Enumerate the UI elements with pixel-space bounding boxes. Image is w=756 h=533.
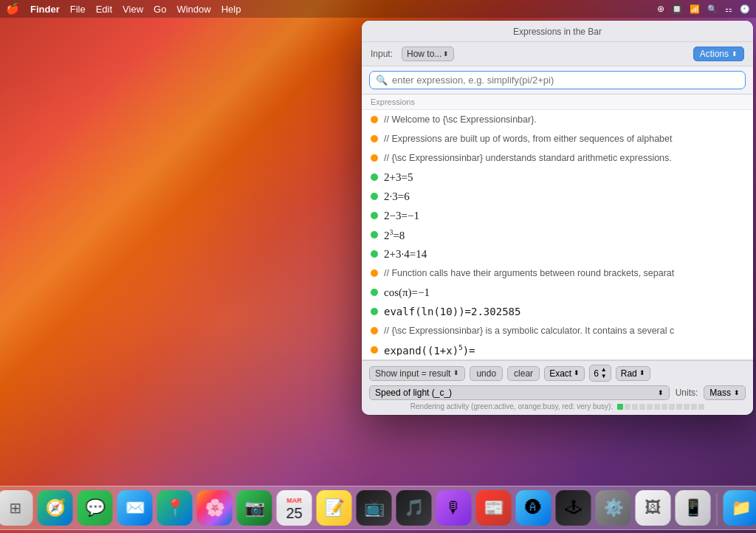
status-dot-orange <box>371 116 378 123</box>
menu-file[interactable]: File <box>70 4 86 15</box>
list-item[interactable]: 2−3=−1 <box>362 206 753 225</box>
search-input-wrap: 🔍 <box>369 71 746 89</box>
list-item[interactable]: 2·3=6 <box>362 187 753 206</box>
dock-icon-preview[interactable]: 🖼 <box>636 490 671 526</box>
menu-go[interactable]: Go <box>154 4 166 15</box>
menu-window[interactable]: Window <box>176 4 210 15</box>
render-segment <box>639 404 645 410</box>
actions-button[interactable]: Actions ⬍ <box>693 47 744 61</box>
how-to-button[interactable]: How to... ⬍ <box>402 47 454 61</box>
render-segment <box>654 404 660 410</box>
number-value: 6 <box>594 368 599 379</box>
list-item[interactable]: // Expressions are built up of words, fr… <box>362 129 753 148</box>
expr-text: // Function calls have their arguments b… <box>384 268 674 278</box>
render-segment <box>684 404 690 410</box>
stepper-up-icon[interactable]: ▲ <box>601 367 607 373</box>
search-icon: 🔍 <box>376 75 388 86</box>
expr-text: expand((1+x)5)= <box>384 344 475 357</box>
dock-icon-system-prefs[interactable]: ⚙️ <box>596 490 631 526</box>
menu-edit[interactable]: Edit <box>96 4 112 15</box>
dock-icon-music[interactable]: 🎵 <box>396 490 432 526</box>
menu-bar: 🍎 Finder File Edit View Go Window Help ⊕… <box>0 0 756 18</box>
list-item[interactable]: 2+3·4=14 <box>362 244 753 264</box>
menu-bar-wifi[interactable]: 📶 <box>690 4 700 14</box>
dock-icon-files[interactable]: 📁 <box>724 490 757 526</box>
render-segment <box>632 404 638 410</box>
dock-icon-maps[interactable]: 📍 <box>157 490 193 526</box>
mass-chevron-icon: ⬍ <box>734 390 740 396</box>
dock-icon-calendar[interactable]: MAR 25 <box>277 490 312 526</box>
dock-icon-arcade[interactable]: 🕹 <box>556 490 591 526</box>
show-input-button[interactable]: Show input = result ⬍ <box>369 366 465 381</box>
dock-icon-notes[interactable]: 📝 <box>317 490 352 526</box>
status-dot-orange <box>371 269 378 277</box>
apple-menu-icon[interactable]: 🍎 <box>6 2 20 16</box>
exact-select[interactable]: Exact ⬍ <box>544 366 585 381</box>
dock-icon-launchpad[interactable]: ⊞ <box>0 490 33 526</box>
safari-icon: 🧭 <box>45 498 65 517</box>
status-dot-orange <box>371 327 378 334</box>
number-stepper[interactable]: 6 ▲ ▼ <box>589 365 611 382</box>
list-item[interactable]: // Function calls have their arguments b… <box>362 264 753 283</box>
expr-text: // {\sc Expressionsinbar} understands st… <box>384 153 672 163</box>
show-input-chevron-icon: ⬍ <box>453 370 459 376</box>
menu-help[interactable]: Help <box>221 4 241 15</box>
menu-finder[interactable]: Finder <box>30 4 60 15</box>
dock-icon-iphone[interactable]: 📱 <box>676 490 711 526</box>
bottom-row-1: Show input = result ⬍ undo clear Exact ⬍… <box>369 365 746 382</box>
speed-label: Speed of light (_c_) <box>375 388 452 398</box>
stepper-arrows[interactable]: ▲ ▼ <box>601 367 607 379</box>
dock-icon-safari[interactable]: 🧭 <box>38 490 73 526</box>
list-item[interactable]: // Welcome to {\sc Expressionsinbar}. <box>362 110 753 129</box>
status-dot-green <box>371 308 378 315</box>
list-item[interactable]: // {\sc Expressionsinbar} is a symbolic … <box>362 321 753 340</box>
list-item[interactable]: 23=8 <box>362 225 753 244</box>
bottom-row-2: Speed of light (_c_) ⬍ Units: Mass ⬍ <box>369 385 746 400</box>
rad-label: Rad <box>621 368 637 379</box>
photos-icon: 🌸 <box>205 498 224 517</box>
dock-icon-mail[interactable]: ✉️ <box>117 490 153 526</box>
calendar-month-icon: MAR <box>286 497 302 505</box>
dock-icon-facetime[interactable]: 📷 <box>237 490 272 526</box>
undo-button[interactable]: undo <box>470 366 503 381</box>
podcasts-icon: 🎙 <box>446 498 462 517</box>
stepper-down-icon[interactable]: ▼ <box>601 374 607 379</box>
search-input[interactable] <box>392 75 739 86</box>
speed-of-light-select[interactable]: Speed of light (_c_) ⬍ <box>369 385 670 400</box>
menu-bar-siri[interactable]: 🔲 <box>672 4 682 14</box>
render-segment <box>676 404 682 410</box>
list-item[interactable]: 2+3=5 <box>362 168 753 187</box>
menu-view[interactable]: View <box>123 4 143 15</box>
expr-text: evalf(ln(10))=2.302585 <box>384 306 520 317</box>
dock-icon-appstore[interactable]: 🅐 <box>516 490 551 526</box>
list-item[interactable]: cos(π)=−1 <box>362 283 753 302</box>
expressions-list[interactable]: // Welcome to {\sc Expressionsinbar}. //… <box>362 110 753 360</box>
dock: 🔵 ⊞ 🧭 💬 ✉️ 📍 🌸 📷 MAR 25 📝 📺 🎵 🎙 📰 🅐 <box>0 486 756 530</box>
actions-chevron-icon: ⬍ <box>732 51 738 58</box>
news-icon: 📰 <box>484 498 504 517</box>
status-dot-orange <box>371 346 378 354</box>
menu-bar-control[interactable]: ⚏ <box>725 4 732 14</box>
list-item[interactable]: evalf(ln(10))=2.302585 <box>362 302 753 321</box>
status-dot-orange <box>371 154 378 162</box>
clear-button[interactable]: clear <box>507 366 540 381</box>
menu-bar-search[interactable]: 🔍 <box>707 4 718 14</box>
dock-icon-messages[interactable]: 💬 <box>78 490 113 526</box>
mass-select[interactable]: Mass ⬍ <box>704 385 746 400</box>
how-to-chevron-icon: ⬍ <box>443 51 449 58</box>
mail-icon: ✉️ <box>125 498 145 517</box>
dock-divider <box>717 493 718 526</box>
dock-icon-news[interactable]: 📰 <box>476 490 512 526</box>
arcade-icon: 🕹 <box>566 498 582 517</box>
notes-icon: 📝 <box>324 498 344 517</box>
dock-icon-tv[interactable]: 📺 <box>357 490 392 526</box>
dock-icon-photos[interactable]: 🌸 <box>197 490 233 526</box>
expr-text: 2−3=−1 <box>384 210 419 222</box>
list-item[interactable]: // {\sc Expressionsinbar} understands st… <box>362 148 753 168</box>
rad-select[interactable]: Rad ⬍ <box>616 366 650 381</box>
list-item[interactable]: expand((1+x)5)= <box>362 340 753 360</box>
rendering-label: Rendering activity (green:active, orange… <box>410 402 613 410</box>
dock-icon-podcasts[interactable]: 🎙 <box>436 490 472 526</box>
input-label: Input: <box>371 49 393 59</box>
units-label: Units: <box>676 388 698 398</box>
